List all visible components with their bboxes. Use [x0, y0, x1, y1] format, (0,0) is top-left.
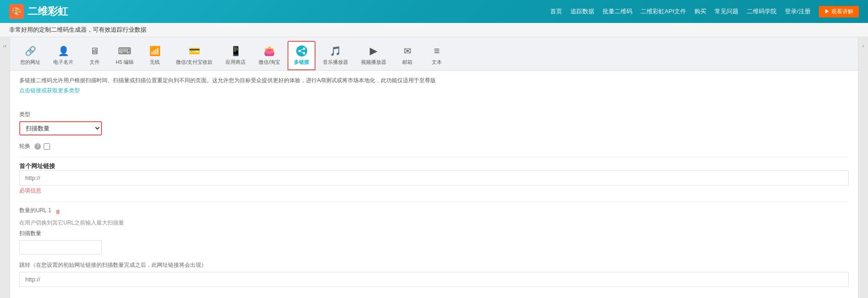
more-types-link[interactable]: 点击链接或获取更多类型: [19, 87, 80, 94]
tab-music-label: 音乐播放器: [323, 59, 348, 66]
form-section: 类型 扫描数量 轮换 ? 首个网址链接 必填信息: [10, 104, 858, 298]
nav-api[interactable]: 二维彩虹API文件: [641, 7, 686, 16]
svg-point-2: [303, 48, 305, 50]
logo: 🎨 二维彩虹: [9, 4, 68, 19]
quantity-url-row: 数量的URL 1 🗑 在用户切换到其它URL之前输入最大扫描量 扫描数量: [19, 207, 849, 254]
switch-checkbox[interactable]: [44, 143, 50, 150]
vcard-icon: 👤: [57, 45, 70, 57]
first-url-row: 首个网址链接 必填信息: [19, 162, 849, 195]
quantity-desc: 在用户切换到其它URL之前输入最大扫描量: [19, 219, 849, 227]
tab-multi[interactable]: 多链接: [287, 41, 316, 70]
fallback-url-input[interactable]: [19, 272, 849, 287]
text-icon: ≡: [430, 45, 443, 57]
nav-academy[interactable]: 二维码学院: [747, 7, 777, 16]
first-url-input[interactable]: [19, 170, 849, 186]
tab-video-label: 视频播放器: [361, 59, 386, 66]
watch-button[interactable]: ▶ 观看讲解: [819, 6, 859, 17]
header: 🎨 二维彩虹 首页 追踪数据 批量二维码 二维彩虹API文件 购买 常见问题 二…: [0, 0, 868, 23]
svg-point-3: [303, 52, 305, 55]
svg-point-0: [296, 45, 307, 56]
fallback-row: 跳转（在您设置的初始网址链接的扫描数量完成之后，此网址链接将会出现）: [19, 261, 849, 287]
email-icon: ✉: [401, 45, 414, 57]
main-nav: 首页 追踪数据 批量二维码 二维彩虹API文件 购买 常见问题 二维码学院 登录…: [550, 6, 859, 17]
taobao-icon: 👛: [263, 45, 276, 57]
main-container: ‹‹ 🔗 您的网址 👤 电子名片 🖥 文件 ⌨ H5 编辑 📶 无线: [0, 37, 868, 298]
music-icon: 🎵: [329, 45, 342, 57]
type-row: 类型 扫描数量: [19, 111, 849, 135]
switch-tooltip-icon: ?: [34, 143, 41, 150]
tab-text-label: 文本: [432, 59, 442, 66]
scroll-left-button[interactable]: ‹‹: [0, 37, 10, 298]
website-icon: 🔗: [24, 45, 37, 57]
tab-h5-label: H5 编辑: [116, 59, 134, 66]
tab-wifi-label: 无线: [150, 59, 160, 66]
nav-batch[interactable]: 批量二维码: [603, 7, 632, 16]
nav-login[interactable]: 登录/注册: [785, 7, 811, 16]
nav-home[interactable]: 首页: [550, 7, 562, 16]
subtitle-bar: 非常好用的定制二维码生成器，可有效追踪行业数据: [0, 23, 868, 37]
quantity-url-label: 数量的URL 1: [19, 207, 51, 214]
tab-section: 🔗 您的网址 👤 电子名片 🖥 文件 ⌨ H5 编辑 📶 无线 💳 微信/: [10, 37, 858, 298]
tab-music[interactable]: 🎵 音乐播放器: [317, 42, 354, 69]
divider-1: [19, 157, 849, 157]
scan-count-label: 扫描数量: [19, 230, 849, 237]
tab-website[interactable]: 🔗 您的网址: [15, 42, 46, 69]
svg-point-1: [298, 50, 300, 52]
wifi-icon: 📶: [148, 45, 161, 57]
nav-tracking[interactable]: 追踪数据: [570, 7, 594, 16]
tab-vcard[interactable]: 👤 电子名片: [48, 42, 79, 69]
multi-icon: [295, 45, 308, 57]
delete-icon[interactable]: 🗑: [56, 209, 61, 214]
tab-email-label: 邮箱: [402, 59, 412, 66]
switch-label: 轮换: [19, 142, 30, 150]
right-arrow-icon: ›: [862, 43, 864, 49]
tab-appstore[interactable]: 📱 应用商店: [220, 42, 251, 69]
content-area: 多链接二维码允许用户根据扫描时间、扫描量或扫描位置重定向到不同的页面。这允许您为…: [10, 71, 858, 104]
tab-wechat-pay-label: 微信/支付宝收款: [176, 59, 213, 66]
first-url-title: 首个网址链接: [19, 163, 55, 169]
tab-wifi[interactable]: 📶 无线: [141, 42, 169, 69]
tab-file-label: 文件: [90, 59, 100, 66]
tab-email[interactable]: ✉ 邮箱: [394, 42, 421, 69]
wechat-pay-icon: 💳: [188, 45, 201, 57]
logo-text: 二维彩虹: [28, 5, 68, 18]
tab-multi-label: 多链接: [294, 59, 309, 66]
file-icon: 🖥: [88, 45, 101, 57]
type-label: 类型: [19, 111, 849, 118]
content-description: 多链接二维码允许用户根据扫描时间、扫描量或扫描位置重定向到不同的页面。这允许您为…: [19, 76, 849, 85]
nav-buy[interactable]: 购买: [694, 7, 706, 16]
logo-icon: 🎨: [9, 4, 24, 19]
video-icon: ▶: [367, 45, 380, 57]
required-text: 必填信息: [19, 187, 849, 195]
tab-vcard-label: 电子名片: [53, 59, 73, 66]
subtitle-text: 非常好用的定制二维码生成器，可有效追踪行业数据: [9, 26, 147, 33]
tab-h5[interactable]: ⌨ H5 编辑: [110, 42, 139, 69]
tab-text[interactable]: ≡ 文本: [423, 42, 451, 69]
appstore-icon: 📱: [229, 45, 242, 57]
tab-wechat-pay[interactable]: 💳 微信/支付宝收款: [170, 42, 218, 69]
h5-icon: ⌨: [118, 45, 131, 57]
tab-video[interactable]: ▶ 视频播放器: [355, 42, 392, 69]
watch-label: ▶ 观看讲解: [824, 8, 853, 16]
tab-taobao-label: 微信/淘宝: [259, 59, 280, 66]
tab-appstore-label: 应用商店: [225, 59, 246, 66]
left-arrow-icon: ‹‹: [3, 43, 7, 49]
type-select-wrapper: 扫描数量: [19, 121, 102, 135]
tab-taobao[interactable]: 👛 微信/淘宝: [253, 42, 286, 69]
scan-count-input[interactable]: [19, 240, 102, 254]
switch-row: 轮换 ?: [19, 142, 849, 150]
nav-faq[interactable]: 常见问题: [715, 7, 738, 16]
divider-2: [19, 202, 849, 202]
fallback-label: 跳转（在您设置的初始网址链接的扫描数量完成之后，此网址链接将会出现）: [19, 261, 849, 269]
tab-file[interactable]: 🖥 文件: [81, 42, 108, 69]
tabs-row: 🔗 您的网址 👤 电子名片 🖥 文件 ⌨ H5 编辑 📶 无线 💳 微信/: [10, 37, 858, 71]
tab-website-label: 您的网址: [20, 59, 40, 66]
type-select[interactable]: 扫描数量: [20, 122, 101, 135]
scroll-right-button[interactable]: ›: [858, 37, 868, 298]
